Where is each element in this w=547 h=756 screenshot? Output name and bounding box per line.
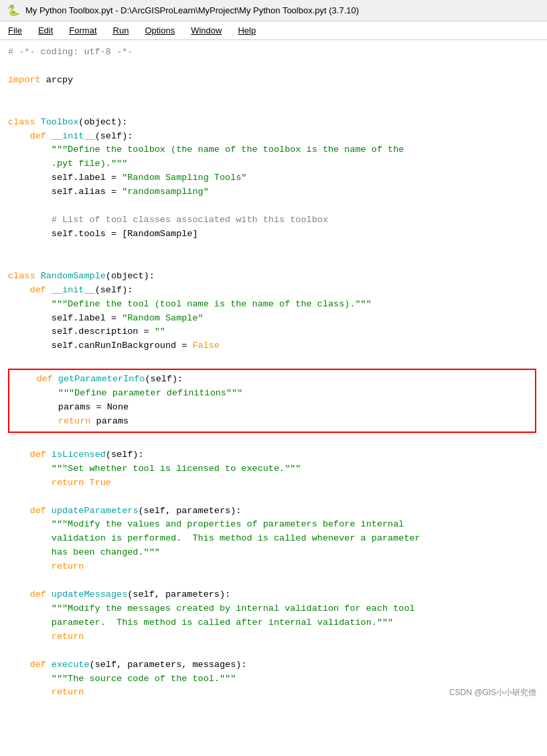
line-import: import arcpy xyxy=(8,74,539,88)
line-return3: return xyxy=(8,630,539,644)
code-editor[interactable]: # -*- coding: utf-8 -*- import arcpy cla… xyxy=(0,40,547,705)
code-wrapper: # -*- coding: utf-8 -*- import arcpy cla… xyxy=(0,40,547,705)
line-comment-list: # List of tool classes associated with t… xyxy=(8,213,539,227)
line-docstring4: """Set whether tool is licensed to execu… xyxy=(8,462,539,476)
line-docstring6a: """Modify the messages created by intern… xyxy=(8,602,539,616)
line-docstring3: """Define parameter definitions""" xyxy=(15,387,530,401)
line-label: self.label = "Random Sampling Tools" xyxy=(8,171,539,185)
menu-format[interactable]: Format xyxy=(66,24,99,37)
line-def-init2: def __init__(self): xyxy=(8,284,539,298)
line-canrun: self.canRunInBackground = False xyxy=(8,339,539,353)
line-blank5 xyxy=(8,242,539,256)
line-def-execute: def execute(self, parameters, messages): xyxy=(8,658,539,672)
line-class-toolbox: class Toolbox(object): xyxy=(8,116,539,130)
line-desc: self.description = "" xyxy=(8,325,539,339)
line-def-islicensed: def isLicensed(self): xyxy=(8,448,539,462)
line-blank3 xyxy=(8,102,539,116)
menu-bar: File Edit Format Run Options Window Help xyxy=(0,21,547,40)
line-label2: self.label = "Random Sample" xyxy=(8,312,539,326)
line-def-init1: def __init__(self): xyxy=(8,130,539,144)
line-class-random: class RandomSample(object): xyxy=(8,270,539,284)
line-def-updatemsg: def updateMessages(self, parameters): xyxy=(8,588,539,602)
app-icon: 🐍 xyxy=(7,4,20,17)
line-docstring2: """Define the tool (tool name is the nam… xyxy=(8,298,539,312)
line-docstring7: """The source code of the tool.""" xyxy=(8,672,539,686)
menu-file[interactable]: File xyxy=(5,24,25,37)
title-text: My Python Toolbox.pyt - D:\ArcGISProLear… xyxy=(25,5,359,15)
menu-run[interactable]: Run xyxy=(110,24,132,37)
line-params-none: params = None xyxy=(15,401,530,415)
line-blank10 xyxy=(8,574,539,588)
line-docstring5b: validation is performed. This method is … xyxy=(8,532,539,546)
line-blank8 xyxy=(8,434,539,448)
line-return-params: return params xyxy=(15,415,530,429)
line-blank2 xyxy=(8,88,539,102)
line-return-true: return True xyxy=(8,476,539,490)
line-docstring1b: .pyt file).""" xyxy=(8,157,539,171)
line-blank4 xyxy=(8,199,539,213)
line-blank11 xyxy=(8,644,539,658)
line-def-getparam: def getParameterInfo(self): xyxy=(15,373,530,387)
line-blank9 xyxy=(8,490,539,504)
line-def-updateparams: def updateParameters(self, parameters): xyxy=(8,504,539,518)
watermark: CSDN @GIS小小研究僧 xyxy=(449,687,536,698)
line-docstring5c: has been changed.""" xyxy=(8,546,539,560)
line-docstring5a: """Modify the values and properties of p… xyxy=(8,518,539,532)
line-blank1 xyxy=(8,60,539,74)
line-tools: self.tools = [RandomSample] xyxy=(8,227,539,242)
menu-help[interactable]: Help xyxy=(235,24,258,37)
line-alias: self.alias = "randomsampling" xyxy=(8,185,539,199)
line-return2: return xyxy=(8,560,539,574)
highlight-box: def getParameterInfo(self): """Define pa… xyxy=(8,369,536,433)
line-blank6 xyxy=(8,256,539,270)
line-blank7 xyxy=(8,353,539,367)
menu-window[interactable]: Window xyxy=(188,24,224,37)
menu-options[interactable]: Options xyxy=(142,24,177,37)
title-bar: 🐍 My Python Toolbox.pyt - D:\ArcGISProLe… xyxy=(0,0,547,21)
menu-edit[interactable]: Edit xyxy=(35,24,56,37)
line-docstring6b: parameter. This method is called after i… xyxy=(8,616,539,630)
line-coding: # -*- coding: utf-8 -*- xyxy=(8,45,539,60)
line-docstring1a: """Define the toolbox (the name of the t… xyxy=(8,143,539,157)
